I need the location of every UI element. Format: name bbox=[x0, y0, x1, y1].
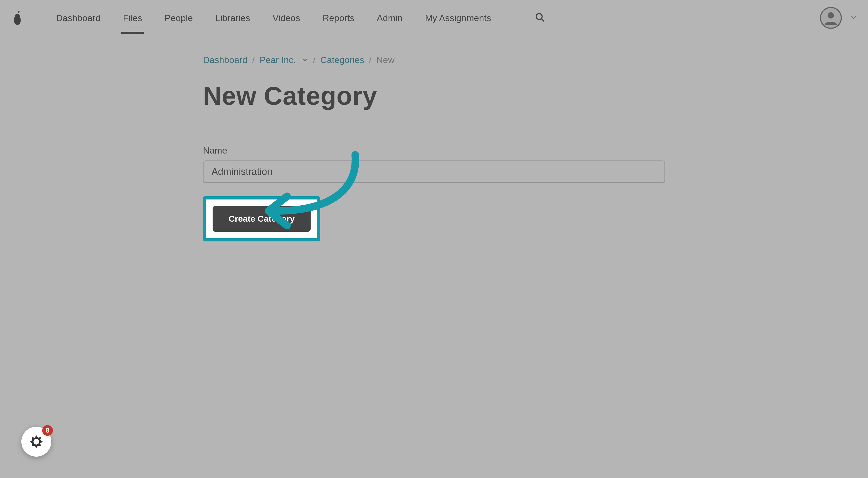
pear-logo-icon bbox=[12, 10, 23, 26]
chat-aperture-icon bbox=[28, 433, 45, 450]
app-logo[interactable] bbox=[11, 9, 24, 27]
chevron-down-icon bbox=[850, 13, 857, 21]
topbar-right bbox=[820, 7, 857, 29]
create-category-button[interactable]: Create Category bbox=[213, 206, 311, 232]
svg-line-1 bbox=[541, 19, 544, 21]
nav-dashboard[interactable]: Dashboard bbox=[56, 10, 100, 26]
nav-videos[interactable]: Videos bbox=[272, 10, 300, 26]
svg-point-3 bbox=[33, 439, 39, 444]
user-menu-toggle[interactable] bbox=[850, 13, 857, 22]
chat-badge: 8 bbox=[42, 425, 53, 436]
breadcrumb: Dashboard / Pear Inc. / Categories / New bbox=[203, 55, 665, 65]
category-form: Name Create Category bbox=[203, 145, 665, 242]
main-content: Dashboard / Pear Inc. / Categories / New… bbox=[68, 36, 800, 242]
breadcrumb-sep: / bbox=[313, 55, 315, 65]
nav-files[interactable]: Files bbox=[123, 10, 142, 26]
chevron-down-icon bbox=[302, 57, 308, 63]
nav-items: Dashboard Files People Libraries Videos … bbox=[56, 10, 545, 26]
user-avatar[interactable] bbox=[820, 7, 842, 29]
breadcrumb-sep: / bbox=[252, 55, 254, 65]
top-nav: Dashboard Files People Libraries Videos … bbox=[0, 0, 868, 36]
breadcrumb-current: New bbox=[376, 55, 395, 65]
svg-point-2 bbox=[828, 12, 834, 19]
nav-my-assignments[interactable]: My Assignments bbox=[425, 10, 491, 26]
chat-widget[interactable]: 8 bbox=[21, 427, 51, 457]
breadcrumb-org[interactable]: Pear Inc. bbox=[259, 55, 296, 65]
nav-reports[interactable]: Reports bbox=[322, 10, 354, 26]
breadcrumb-categories[interactable]: Categories bbox=[320, 55, 364, 65]
page-title: New Category bbox=[203, 81, 665, 110]
breadcrumb-sep: / bbox=[369, 55, 372, 65]
nav-people[interactable]: People bbox=[164, 10, 193, 26]
name-input[interactable] bbox=[203, 160, 665, 183]
breadcrumb-org-dropdown[interactable] bbox=[302, 55, 308, 65]
highlight-callout: Create Category bbox=[203, 196, 320, 242]
nav-admin[interactable]: Admin bbox=[377, 10, 402, 26]
nav-libraries[interactable]: Libraries bbox=[215, 10, 250, 26]
user-icon bbox=[824, 10, 838, 25]
breadcrumb-dashboard[interactable]: Dashboard bbox=[203, 55, 247, 65]
name-label: Name bbox=[203, 145, 665, 156]
search-icon bbox=[535, 12, 545, 23]
search-button[interactable] bbox=[535, 12, 545, 24]
